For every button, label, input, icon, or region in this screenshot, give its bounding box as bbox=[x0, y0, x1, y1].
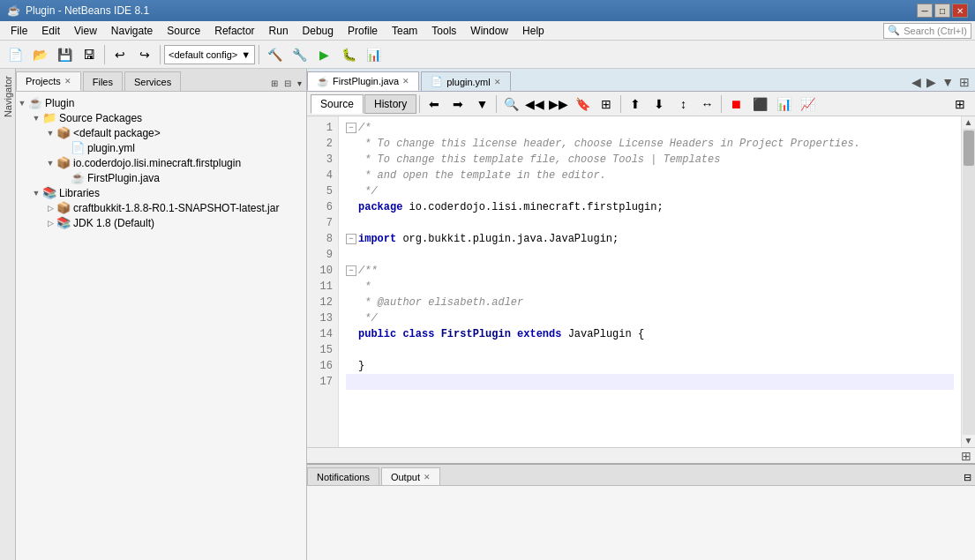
fold-8[interactable]: − bbox=[346, 234, 356, 244]
tab-services[interactable]: Services bbox=[124, 71, 181, 91]
ed-prev-btn[interactable]: ⬆ bbox=[624, 93, 647, 116]
panel-minimize-button[interactable]: ⊟ bbox=[281, 78, 294, 89]
panel-menu-button[interactable]: ▾ bbox=[295, 78, 304, 89]
menu-tools[interactable]: Tools bbox=[424, 23, 463, 39]
output-tab-close[interactable]: ✕ bbox=[424, 473, 431, 482]
editor-tab-plugin-yml[interactable]: 📄 plugin.yml ✕ bbox=[421, 71, 511, 91]
ed-back-button[interactable]: ⬅ bbox=[423, 93, 446, 116]
editor-tab-firstplugin[interactable]: ☕ FirstPlugin.java ✕ bbox=[307, 71, 419, 91]
ed-toggle-btn2[interactable]: ⊞ bbox=[595, 93, 618, 116]
panel-restore-button[interactable]: ⊞ bbox=[268, 78, 281, 89]
menu-help[interactable]: Help bbox=[515, 23, 551, 39]
menu-profile[interactable]: Profile bbox=[341, 23, 385, 39]
pluginyml-tab-close[interactable]: ✕ bbox=[494, 78, 501, 86]
tab-maximize[interactable]: ⊞ bbox=[957, 75, 971, 89]
redo-button[interactable]: ↪ bbox=[133, 43, 156, 66]
ed-stop-button[interactable]: ⏹ bbox=[724, 93, 747, 116]
ed-forward-button[interactable]: ➡ bbox=[446, 93, 469, 116]
firstplugin-tab-close[interactable]: ✕ bbox=[402, 77, 409, 86]
code-5-text: */ bbox=[358, 183, 378, 199]
fold-1[interactable]: − bbox=[346, 123, 356, 133]
tree-item-jdk[interactable]: ▷ 📚 JDK 1.8 (Default) bbox=[16, 215, 306, 230]
tree-expander-plugin[interactable]: ▼ bbox=[16, 97, 28, 109]
firstplugin-pkg-icon: 📦 bbox=[56, 156, 71, 169]
ed-expand-button[interactable]: ⊞ bbox=[949, 93, 971, 116]
navigator-label[interactable]: Navigator bbox=[1, 72, 15, 121]
ed-toggle-btn4[interactable]: ↔ bbox=[695, 93, 718, 116]
menu-window[interactable]: Window bbox=[463, 23, 515, 39]
tree-item-firstplugin-java[interactable]: ▷ ☕ FirstPlugin.java bbox=[16, 170, 306, 185]
scroll-down-arrow[interactable]: ▼ bbox=[963, 435, 975, 447]
editor-scrollbar[interactable]: ▲ ▼ bbox=[961, 116, 975, 447]
tree-item-plugin-yml[interactable]: ▷ 📄 plugin.yml bbox=[16, 140, 306, 155]
menu-navigate[interactable]: Navigate bbox=[104, 23, 160, 39]
open-project-button[interactable]: 📂 bbox=[28, 43, 51, 66]
ed-next-btn[interactable]: ⬇ bbox=[648, 93, 671, 116]
bottom-minimize-btn[interactable]: ⊟ bbox=[964, 472, 971, 482]
tree-expander-default-pkg[interactable]: ▼ bbox=[44, 127, 56, 139]
tree-item-source-packages[interactable]: ▼ 📁 Source Packages bbox=[16, 110, 306, 125]
run-button[interactable]: ▶ bbox=[312, 43, 335, 66]
menu-source[interactable]: Source bbox=[160, 23, 207, 39]
scroll-thumb[interactable] bbox=[964, 131, 974, 166]
tab-projects-close[interactable]: ✕ bbox=[64, 77, 71, 86]
ed-toggle-bookmark[interactable]: 🔖 bbox=[571, 93, 594, 116]
tab-nav-left[interactable]: ◀ bbox=[910, 75, 923, 89]
menu-file[interactable]: File bbox=[4, 23, 34, 39]
debug-button[interactable]: 🐛 bbox=[337, 43, 360, 66]
tree-item-plugin[interactable]: ▼ ☕ Plugin bbox=[16, 95, 306, 110]
scroll-up-arrow[interactable]: ▲ bbox=[963, 116, 975, 129]
minimize-button[interactable]: ─ bbox=[917, 4, 933, 18]
tree-item-default-package[interactable]: ▼ 📦 <default package> bbox=[16, 125, 306, 140]
ed-dropdown1[interactable]: ▼ bbox=[470, 93, 493, 116]
fold-10[interactable]: − bbox=[346, 265, 356, 276]
tree-expander-firstplugin-pkg[interactable]: ▼ bbox=[44, 157, 56, 169]
save-all-button[interactable]: 🖫 bbox=[78, 43, 101, 66]
tree-item-libraries[interactable]: ▼ 📚 Libraries bbox=[16, 185, 306, 200]
tree-item-firstplugin-pkg[interactable]: ▼ 📦 io.coderdojo.lisi.minecraft.firstplu… bbox=[16, 155, 306, 170]
search-box[interactable]: 🔍 Search (Ctrl+I) bbox=[883, 23, 971, 39]
tb-sep-3 bbox=[259, 45, 259, 64]
tab-projects[interactable]: Projects ✕ bbox=[16, 71, 81, 91]
tree-expander-source[interactable]: ▼ bbox=[30, 112, 42, 124]
menu-view[interactable]: View bbox=[67, 23, 104, 39]
expand-icon[interactable]: ⊞ bbox=[961, 449, 971, 463]
clean-build-button[interactable]: 🔨 bbox=[263, 43, 286, 66]
tab-nav-down[interactable]: ▼ bbox=[940, 75, 956, 89]
menu-debug[interactable]: Debug bbox=[296, 23, 341, 39]
profile-button[interactable]: 📊 bbox=[362, 43, 385, 66]
tab-files[interactable]: Files bbox=[83, 71, 123, 91]
ed-chart-button[interactable]: 📊 bbox=[772, 93, 795, 116]
ed-play-button[interactable]: ⬛ bbox=[748, 93, 771, 116]
code-14-kw2: class bbox=[402, 326, 440, 342]
ed-prev-match[interactable]: ◀◀ bbox=[523, 93, 546, 116]
ed-bar-button[interactable]: 📈 bbox=[796, 93, 819, 116]
tab-output[interactable]: Output ✕ bbox=[381, 467, 440, 485]
menu-edit[interactable]: Edit bbox=[34, 23, 67, 39]
tree-expander-jdk[interactable]: ▷ bbox=[44, 217, 56, 229]
tree-expander-libraries[interactable]: ▼ bbox=[30, 187, 42, 199]
code-line-17[interactable] bbox=[346, 374, 954, 390]
ed-toggle-btn3[interactable]: ↕ bbox=[671, 93, 694, 116]
code-content[interactable]: − /* * To change this license header, ch… bbox=[339, 116, 961, 447]
editor-source-tab[interactable]: Source bbox=[311, 94, 364, 114]
build-button[interactable]: 🔧 bbox=[288, 43, 311, 66]
tree-item-craftbukkit[interactable]: ▷ 📦 craftbukkit-1.8.8-R0.1-SNAPSHOT-late… bbox=[16, 200, 306, 215]
tab-notifications[interactable]: Notifications bbox=[307, 467, 379, 485]
config-dropdown[interactable]: <default config> ▼ bbox=[164, 45, 255, 64]
save-button[interactable]: 💾 bbox=[53, 43, 76, 66]
menu-refactor[interactable]: Refactor bbox=[207, 23, 261, 39]
tree-expander-craftbukkit[interactable]: ▷ bbox=[44, 202, 56, 214]
close-button[interactable]: ✕ bbox=[952, 4, 968, 18]
code-6-text: io.coderdojo.lisi.minecraft.firstplugin; bbox=[409, 199, 664, 215]
scroll-track[interactable] bbox=[963, 129, 975, 435]
ed-next-match[interactable]: ▶▶ bbox=[547, 93, 570, 116]
undo-button[interactable]: ↩ bbox=[109, 43, 131, 66]
ed-search-button[interactable]: 🔍 bbox=[499, 93, 522, 116]
menu-team[interactable]: Team bbox=[385, 23, 424, 39]
maximize-button[interactable]: □ bbox=[934, 4, 950, 18]
menu-run[interactable]: Run bbox=[262, 23, 296, 39]
new-project-button[interactable]: 📄 bbox=[4, 43, 26, 66]
tab-nav-right[interactable]: ▶ bbox=[925, 75, 938, 89]
editor-history-tab[interactable]: History bbox=[364, 94, 416, 114]
